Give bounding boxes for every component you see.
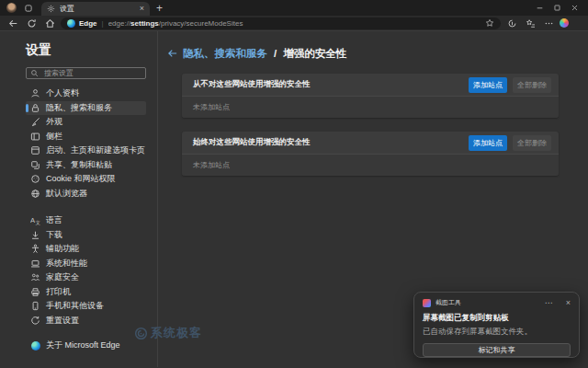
toast-subtitle: 已自动保存到屏幕截图文件夹。: [423, 327, 571, 338]
sidebar-item-cookies[interactable]: Cookie 和网站权限: [26, 172, 146, 187]
sidebar-item-label: 默认浏览器: [46, 188, 87, 200]
sidebar-nav-primary: 个人资料 隐私、搜索和服务 外观: [26, 86, 157, 201]
card-body: 未添加站点: [182, 154, 559, 176]
remove-all-button[interactable]: 全部删除: [513, 135, 551, 151]
tab-settings[interactable]: 设置 ×: [41, 2, 150, 16]
laptop-icon: [30, 259, 40, 269]
sidebar-item-label: 共享、复制和粘贴: [46, 159, 112, 171]
empty-sites-text: 未添加站点: [193, 102, 230, 112]
edge-logo-icon: [30, 340, 40, 351]
sidebar-title: 设置: [26, 42, 157, 59]
sidebar-item-reset[interactable]: 重置设置: [26, 314, 146, 328]
toast-close-icon[interactable]: ×: [566, 298, 571, 307]
sidebar-item-languages[interactable]: A文 语言: [26, 213, 146, 228]
sidebar-item-label: Cookie 和网站权限: [46, 173, 116, 185]
search-input[interactable]: [42, 68, 141, 78]
page-title: 增强的安全性: [283, 47, 346, 61]
toast-title: 屏幕截图已复制到剪贴板: [423, 313, 571, 324]
sidebar-item-privacy[interactable]: 隐私、搜索和服务: [26, 101, 146, 116]
browser-essentials-icon[interactable]: [504, 18, 519, 29]
window-close-icon[interactable]: [571, 4, 579, 12]
sidebar-item-printers[interactable]: 打印机: [26, 285, 146, 300]
sidebar-item-label: 下载: [46, 229, 62, 241]
sidebar-item-appearance[interactable]: 外观: [26, 115, 146, 130]
sidebar-item-devices[interactable]: 手机和其他设备: [26, 299, 146, 314]
lock-icon: [30, 103, 40, 113]
card-header: 从不对这些网站使用增强的安全性 添加站点 全部删除: [182, 74, 559, 96]
sidebar-item-startup[interactable]: 启动、主页和新建选项卡页: [26, 144, 146, 158]
add-site-button[interactable]: 添加站点: [469, 77, 507, 93]
snipping-tool-icon: [423, 299, 431, 307]
new-tab-icon[interactable]: +: [156, 3, 163, 14]
sidebar-item-label: 手机和其他设备: [46, 300, 104, 312]
back-icon[interactable]: [6, 18, 20, 29]
card-body: 未添加站点: [182, 96, 559, 118]
sidebar-item-about[interactable]: 关于 Microsoft Edge: [26, 339, 146, 353]
gear-icon: [47, 5, 55, 13]
tab-close-icon[interactable]: ×: [140, 5, 144, 13]
favorites-hub-icon[interactable]: [523, 18, 537, 29]
card-header: 始终对这些网站使用增强的安全性 添加站点 全部删除: [182, 132, 559, 154]
toast-header: 截图工具 ⋯ ×: [423, 297, 571, 308]
sidebar-item-label: 外观: [46, 116, 62, 128]
edge-logo-icon: [67, 19, 75, 28]
sidebar-item-label: 辅助功能: [46, 243, 79, 255]
browser-window: 设置 × + Edge |: [0, 0, 588, 368]
remove-all-button[interactable]: 全部删除: [513, 77, 551, 93]
cards-container: 从不对这些网站使用增强的安全性 添加站点 全部删除 未添加站点 始终对这些网站使…: [182, 74, 559, 176]
sidebar-item-label: 语言: [46, 214, 62, 226]
never-enhanced-security-card: 从不对这些网站使用增强的安全性 添加站点 全部删除 未添加站点: [182, 74, 559, 118]
cookie-icon: [30, 174, 40, 184]
person-icon: [30, 88, 40, 98]
sidebar-item-label: 启动、主页和新建选项卡页: [46, 144, 145, 156]
sidebar-item-share[interactable]: 共享、复制和粘贴: [26, 158, 146, 173]
svg-text:文: 文: [36, 220, 41, 225]
home-icon[interactable]: [42, 18, 57, 29]
settings-sidebar: 设置 个人资料 隐私、搜索和服务: [0, 31, 158, 367]
favorite-star-icon[interactable]: [485, 18, 494, 28]
refresh-icon[interactable]: [24, 18, 39, 29]
family-icon: [30, 272, 40, 282]
language-icon: A文: [30, 215, 40, 225]
sidebar-item-label: 系统和性能: [46, 258, 87, 270]
sidebar-item-default-browser[interactable]: 默认浏览器: [26, 187, 146, 201]
always-enhanced-security-card: 始终对这些网站使用增强的安全性 添加站点 全部删除 未添加站点: [182, 132, 559, 176]
workspaces-icon[interactable]: [24, 4, 33, 13]
sidebar-item-accessibility[interactable]: 辅助功能: [26, 242, 146, 257]
address-bar[interactable]: Edge | edge://settings/privacy/secureMod…: [61, 17, 501, 29]
sidebar-item-label: 重置设置: [46, 315, 79, 327]
page-header: 隐私、搜索和服务 / 增强的安全性: [167, 46, 588, 61]
sidebar-item-profiles[interactable]: 个人资料: [26, 86, 146, 101]
empty-sites-text: 未添加站点: [193, 160, 230, 170]
breadcrumb-link[interactable]: 隐私、搜索和服务: [183, 47, 267, 61]
tab-strip: 设置 × +: [0, 0, 588, 16]
back-arrow-icon[interactable]: [167, 48, 178, 59]
sidebar-layout-icon: [30, 132, 40, 142]
window-minimize-icon[interactable]: [536, 4, 544, 12]
browser-toolbar: Edge | edge://settings/privacy/secureMod…: [0, 16, 588, 31]
window-maximize-icon[interactable]: [553, 4, 561, 12]
card-title: 从不对这些网站使用增强的安全性: [193, 79, 463, 90]
copilot-icon[interactable]: [560, 18, 569, 28]
reset-icon: [30, 316, 40, 326]
toast-more-icon[interactable]: ⋯: [545, 298, 554, 307]
breadcrumb-separator: /: [274, 48, 277, 59]
add-site-button[interactable]: 添加站点: [469, 135, 507, 151]
sidebar-item-downloads[interactable]: 下载: [26, 228, 146, 243]
paintbrush-icon: [30, 117, 40, 127]
address-separator: |: [102, 19, 104, 28]
sidebar-item-label: 家庭安全: [46, 271, 79, 283]
tab-title: 设置: [60, 4, 135, 14]
browser-globe-icon: [30, 189, 40, 199]
sidebar-group-gap: [26, 201, 157, 213]
sidebar-item-family[interactable]: 家庭安全: [26, 270, 146, 285]
more-menu-icon[interactable]: [541, 18, 556, 29]
accessibility-icon: [30, 244, 40, 254]
sidebar-item-sidebar[interactable]: 侧栏: [26, 130, 146, 144]
profile-avatar[interactable]: [6, 3, 17, 13]
toast-app-name: 截图工具: [435, 298, 540, 307]
markup-share-button[interactable]: 标记和共享: [423, 343, 571, 357]
sidebar-item-system[interactable]: 系统和性能: [26, 257, 146, 271]
phone-icon: [30, 301, 40, 311]
settings-search-box[interactable]: [26, 67, 146, 79]
